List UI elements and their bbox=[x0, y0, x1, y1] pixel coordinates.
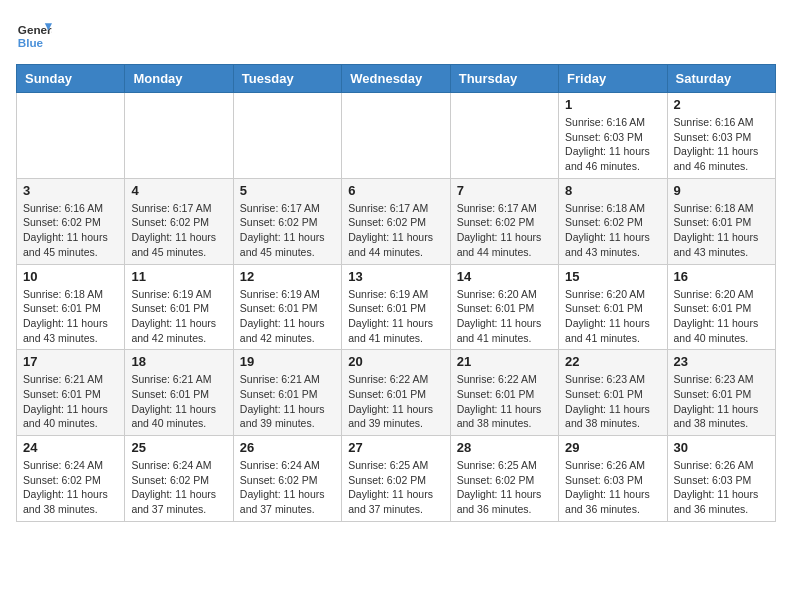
day-info: Sunrise: 6:25 AMSunset: 6:02 PMDaylight:… bbox=[348, 458, 443, 517]
day-number: 25 bbox=[131, 440, 226, 455]
day-number: 15 bbox=[565, 269, 660, 284]
day-info: Sunrise: 6:21 AMSunset: 6:01 PMDaylight:… bbox=[240, 372, 335, 431]
day-number: 9 bbox=[674, 183, 769, 198]
calendar-header: SundayMondayTuesdayWednesdayThursdayFrid… bbox=[17, 65, 776, 93]
day-info: Sunrise: 6:23 AMSunset: 6:01 PMDaylight:… bbox=[674, 372, 769, 431]
day-number: 26 bbox=[240, 440, 335, 455]
calendar-cell: 23Sunrise: 6:23 AMSunset: 6:01 PMDayligh… bbox=[667, 350, 775, 436]
day-info: Sunrise: 6:24 AMSunset: 6:02 PMDaylight:… bbox=[240, 458, 335, 517]
day-number: 21 bbox=[457, 354, 552, 369]
weekday-header: Tuesday bbox=[233, 65, 341, 93]
day-info: Sunrise: 6:17 AMSunset: 6:02 PMDaylight:… bbox=[240, 201, 335, 260]
day-info: Sunrise: 6:19 AMSunset: 6:01 PMDaylight:… bbox=[131, 287, 226, 346]
day-info: Sunrise: 6:19 AMSunset: 6:01 PMDaylight:… bbox=[348, 287, 443, 346]
calendar-cell: 4Sunrise: 6:17 AMSunset: 6:02 PMDaylight… bbox=[125, 178, 233, 264]
day-number: 14 bbox=[457, 269, 552, 284]
day-number: 11 bbox=[131, 269, 226, 284]
day-number: 5 bbox=[240, 183, 335, 198]
day-info: Sunrise: 6:20 AMSunset: 6:01 PMDaylight:… bbox=[674, 287, 769, 346]
calendar-cell: 17Sunrise: 6:21 AMSunset: 6:01 PMDayligh… bbox=[17, 350, 125, 436]
day-info: Sunrise: 6:26 AMSunset: 6:03 PMDaylight:… bbox=[565, 458, 660, 517]
day-info: Sunrise: 6:21 AMSunset: 6:01 PMDaylight:… bbox=[23, 372, 118, 431]
calendar-cell: 30Sunrise: 6:26 AMSunset: 6:03 PMDayligh… bbox=[667, 436, 775, 522]
day-info: Sunrise: 6:24 AMSunset: 6:02 PMDaylight:… bbox=[23, 458, 118, 517]
calendar-cell: 25Sunrise: 6:24 AMSunset: 6:02 PMDayligh… bbox=[125, 436, 233, 522]
calendar-cell: 2Sunrise: 6:16 AMSunset: 6:03 PMDaylight… bbox=[667, 93, 775, 179]
calendar-cell: 6Sunrise: 6:17 AMSunset: 6:02 PMDaylight… bbox=[342, 178, 450, 264]
calendar-cell: 18Sunrise: 6:21 AMSunset: 6:01 PMDayligh… bbox=[125, 350, 233, 436]
day-info: Sunrise: 6:16 AMSunset: 6:03 PMDaylight:… bbox=[674, 115, 769, 174]
day-number: 23 bbox=[674, 354, 769, 369]
day-number: 30 bbox=[674, 440, 769, 455]
calendar-cell: 11Sunrise: 6:19 AMSunset: 6:01 PMDayligh… bbox=[125, 264, 233, 350]
day-info: Sunrise: 6:21 AMSunset: 6:01 PMDaylight:… bbox=[131, 372, 226, 431]
day-info: Sunrise: 6:19 AMSunset: 6:01 PMDaylight:… bbox=[240, 287, 335, 346]
weekday-header: Saturday bbox=[667, 65, 775, 93]
calendar-cell: 22Sunrise: 6:23 AMSunset: 6:01 PMDayligh… bbox=[559, 350, 667, 436]
calendar-cell: 3Sunrise: 6:16 AMSunset: 6:02 PMDaylight… bbox=[17, 178, 125, 264]
day-number: 7 bbox=[457, 183, 552, 198]
day-number: 4 bbox=[131, 183, 226, 198]
logo-icon: General Blue bbox=[16, 16, 52, 52]
day-number: 12 bbox=[240, 269, 335, 284]
day-number: 1 bbox=[565, 97, 660, 112]
day-info: Sunrise: 6:17 AMSunset: 6:02 PMDaylight:… bbox=[131, 201, 226, 260]
svg-text:Blue: Blue bbox=[18, 36, 44, 49]
calendar-cell: 10Sunrise: 6:18 AMSunset: 6:01 PMDayligh… bbox=[17, 264, 125, 350]
page-header: General Blue bbox=[16, 16, 776, 52]
calendar-cell bbox=[342, 93, 450, 179]
calendar-cell: 1Sunrise: 6:16 AMSunset: 6:03 PMDaylight… bbox=[559, 93, 667, 179]
calendar-cell: 14Sunrise: 6:20 AMSunset: 6:01 PMDayligh… bbox=[450, 264, 558, 350]
day-number: 10 bbox=[23, 269, 118, 284]
day-info: Sunrise: 6:23 AMSunset: 6:01 PMDaylight:… bbox=[565, 372, 660, 431]
calendar-cell: 8Sunrise: 6:18 AMSunset: 6:02 PMDaylight… bbox=[559, 178, 667, 264]
day-info: Sunrise: 6:17 AMSunset: 6:02 PMDaylight:… bbox=[457, 201, 552, 260]
calendar-cell: 16Sunrise: 6:20 AMSunset: 6:01 PMDayligh… bbox=[667, 264, 775, 350]
calendar-cell: 26Sunrise: 6:24 AMSunset: 6:02 PMDayligh… bbox=[233, 436, 341, 522]
calendar-cell bbox=[450, 93, 558, 179]
day-info: Sunrise: 6:20 AMSunset: 6:01 PMDaylight:… bbox=[565, 287, 660, 346]
day-info: Sunrise: 6:26 AMSunset: 6:03 PMDaylight:… bbox=[674, 458, 769, 517]
weekday-header: Friday bbox=[559, 65, 667, 93]
calendar-cell: 29Sunrise: 6:26 AMSunset: 6:03 PMDayligh… bbox=[559, 436, 667, 522]
day-number: 3 bbox=[23, 183, 118, 198]
logo: General Blue bbox=[16, 16, 52, 52]
day-info: Sunrise: 6:17 AMSunset: 6:02 PMDaylight:… bbox=[348, 201, 443, 260]
calendar-table: SundayMondayTuesdayWednesdayThursdayFrid… bbox=[16, 64, 776, 522]
day-info: Sunrise: 6:24 AMSunset: 6:02 PMDaylight:… bbox=[131, 458, 226, 517]
day-number: 17 bbox=[23, 354, 118, 369]
day-number: 20 bbox=[348, 354, 443, 369]
day-number: 6 bbox=[348, 183, 443, 198]
calendar-cell bbox=[125, 93, 233, 179]
calendar-cell: 27Sunrise: 6:25 AMSunset: 6:02 PMDayligh… bbox=[342, 436, 450, 522]
calendar-cell: 20Sunrise: 6:22 AMSunset: 6:01 PMDayligh… bbox=[342, 350, 450, 436]
calendar-cell: 7Sunrise: 6:17 AMSunset: 6:02 PMDaylight… bbox=[450, 178, 558, 264]
day-info: Sunrise: 6:16 AMSunset: 6:02 PMDaylight:… bbox=[23, 201, 118, 260]
day-info: Sunrise: 6:25 AMSunset: 6:02 PMDaylight:… bbox=[457, 458, 552, 517]
calendar-cell: 24Sunrise: 6:24 AMSunset: 6:02 PMDayligh… bbox=[17, 436, 125, 522]
weekday-header: Wednesday bbox=[342, 65, 450, 93]
calendar-cell: 9Sunrise: 6:18 AMSunset: 6:01 PMDaylight… bbox=[667, 178, 775, 264]
day-number: 18 bbox=[131, 354, 226, 369]
day-info: Sunrise: 6:18 AMSunset: 6:01 PMDaylight:… bbox=[674, 201, 769, 260]
calendar-cell: 21Sunrise: 6:22 AMSunset: 6:01 PMDayligh… bbox=[450, 350, 558, 436]
weekday-header: Thursday bbox=[450, 65, 558, 93]
weekday-header: Sunday bbox=[17, 65, 125, 93]
day-number: 28 bbox=[457, 440, 552, 455]
day-number: 19 bbox=[240, 354, 335, 369]
calendar-cell: 15Sunrise: 6:20 AMSunset: 6:01 PMDayligh… bbox=[559, 264, 667, 350]
day-number: 8 bbox=[565, 183, 660, 198]
day-number: 29 bbox=[565, 440, 660, 455]
weekday-header: Monday bbox=[125, 65, 233, 93]
calendar-cell: 12Sunrise: 6:19 AMSunset: 6:01 PMDayligh… bbox=[233, 264, 341, 350]
day-info: Sunrise: 6:22 AMSunset: 6:01 PMDaylight:… bbox=[457, 372, 552, 431]
day-number: 13 bbox=[348, 269, 443, 284]
day-info: Sunrise: 6:18 AMSunset: 6:02 PMDaylight:… bbox=[565, 201, 660, 260]
day-info: Sunrise: 6:16 AMSunset: 6:03 PMDaylight:… bbox=[565, 115, 660, 174]
day-info: Sunrise: 6:20 AMSunset: 6:01 PMDaylight:… bbox=[457, 287, 552, 346]
calendar-cell: 19Sunrise: 6:21 AMSunset: 6:01 PMDayligh… bbox=[233, 350, 341, 436]
calendar-cell: 28Sunrise: 6:25 AMSunset: 6:02 PMDayligh… bbox=[450, 436, 558, 522]
day-number: 27 bbox=[348, 440, 443, 455]
day-number: 16 bbox=[674, 269, 769, 284]
calendar-cell bbox=[17, 93, 125, 179]
